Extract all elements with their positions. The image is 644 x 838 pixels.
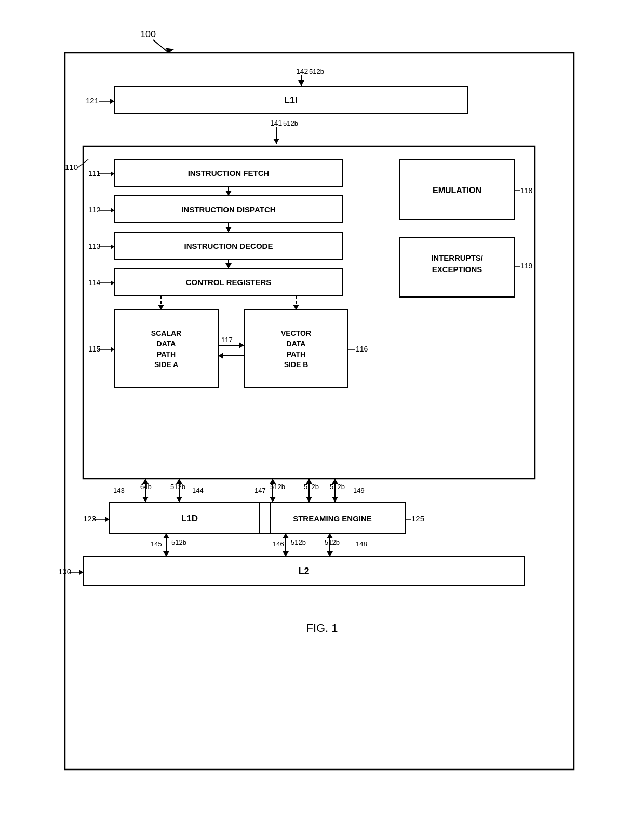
svg-marker-58 [283, 533, 289, 538]
scalar-data-path-label1: SCALAR [151, 329, 181, 337]
bus-148a: 512b [325, 538, 340, 546]
ref-117: 117 [221, 336, 233, 344]
control-registers-label: CONTROL REGISTERS [186, 278, 272, 287]
svg-marker-40 [176, 479, 182, 484]
ref-146: 146 [273, 540, 284, 548]
svg-marker-55 [163, 551, 169, 557]
bus-142: 512b [309, 67, 324, 75]
interrupts-label1: INTERRUPTS/ [431, 253, 484, 262]
ref-100: 100 [140, 29, 156, 39]
ref-118: 118 [520, 186, 533, 195]
scalar-data-path-label4: SIDE A [154, 360, 178, 369]
ref-123: 123 [83, 514, 96, 523]
ref-115: 115 [88, 345, 101, 353]
svg-marker-56 [163, 533, 169, 538]
instruction-decode-label: INSTRUCTION DECODE [184, 241, 273, 250]
bus-146: 512b [291, 538, 306, 546]
ref-143: 143 [113, 486, 125, 494]
ref-119: 119 [520, 262, 533, 270]
fig-label: FIG. 1 [306, 621, 338, 634]
vector-data-path-label2: DATA [287, 340, 306, 348]
svg-marker-5 [110, 99, 114, 104]
scalar-data-path-label3: PATH [157, 350, 176, 358]
svg-marker-20 [225, 263, 232, 268]
svg-line-0 [153, 40, 169, 53]
svg-marker-33 [218, 353, 223, 359]
svg-marker-47 [306, 497, 312, 502]
bus-144: 512b [170, 483, 185, 491]
interrupts-label2: EXCEPTIONS [432, 265, 482, 274]
svg-marker-43 [270, 479, 276, 484]
svg-marker-7 [273, 139, 279, 144]
bus-149a: 512b [304, 483, 319, 491]
svg-marker-10 [111, 171, 114, 177]
ref-148: 148 [356, 540, 367, 548]
l1d-label: L1D [181, 513, 198, 523]
vector-data-path-label1: VECTOR [281, 329, 311, 337]
diagram: 100 142 512b L1I 121 141 512b 110 INSTRU… [36, 19, 608, 819]
ref-114: 114 [88, 278, 101, 287]
bus-141: 512b [283, 119, 298, 127]
svg-marker-46 [306, 479, 312, 484]
ref-112: 112 [88, 206, 101, 214]
bus-145: 512b [171, 538, 186, 546]
svg-marker-38 [142, 497, 149, 502]
outer-box [65, 53, 574, 769]
ref-145: 145 [151, 540, 162, 548]
vector-data-path-box [244, 310, 348, 388]
svg-marker-52 [105, 517, 109, 522]
scalar-data-path-label2: DATA [157, 340, 176, 348]
vector-data-path-label4: SIDE B [284, 360, 308, 369]
svg-marker-24 [158, 305, 164, 310]
emulation-label: EMULATION [433, 186, 481, 195]
svg-marker-22 [111, 280, 114, 286]
bus-149b: 512b [330, 483, 345, 491]
ref-125: 125 [411, 514, 424, 523]
svg-marker-62 [327, 551, 333, 557]
svg-marker-31 [239, 342, 244, 348]
svg-marker-14 [111, 208, 114, 213]
scalar-data-path-box [114, 310, 218, 388]
vector-data-path-label3: PATH [287, 350, 305, 358]
svg-marker-44 [270, 497, 276, 502]
svg-marker-18 [111, 244, 114, 249]
svg-marker-64 [79, 570, 83, 575]
svg-marker-59 [283, 551, 289, 557]
svg-marker-50 [332, 497, 338, 502]
svg-marker-16 [225, 227, 232, 232]
ref-144: 144 [192, 486, 204, 494]
ref-113: 113 [88, 242, 101, 250]
instruction-fetch-label: INSTRUCTION FETCH [188, 169, 270, 178]
ref-149: 149 [353, 486, 365, 494]
ref-142: 142 [296, 67, 308, 75]
instruction-dispatch-label: INSTRUCTION DISPATCH [181, 205, 275, 214]
l2-label: L2 [298, 566, 309, 576]
ref-147: 147 [254, 486, 266, 494]
ref-116: 116 [356, 345, 368, 353]
ref-130: 130 [58, 567, 71, 576]
svg-marker-61 [327, 533, 333, 538]
ref-111: 111 [88, 169, 101, 178]
l1i-label: L1I [284, 95, 298, 105]
svg-marker-26 [293, 305, 299, 310]
ref-110: 110 [65, 163, 78, 171]
svg-marker-41 [176, 497, 182, 502]
svg-marker-37 [142, 479, 149, 484]
svg-marker-28 [111, 347, 114, 352]
streaming-engine-label: STREAMING ENGINE [293, 514, 372, 523]
svg-marker-12 [225, 191, 232, 196]
ref-121: 121 [86, 96, 99, 105]
ref-141: 141 [270, 119, 283, 127]
svg-marker-3 [298, 80, 304, 86]
svg-marker-49 [332, 479, 338, 484]
